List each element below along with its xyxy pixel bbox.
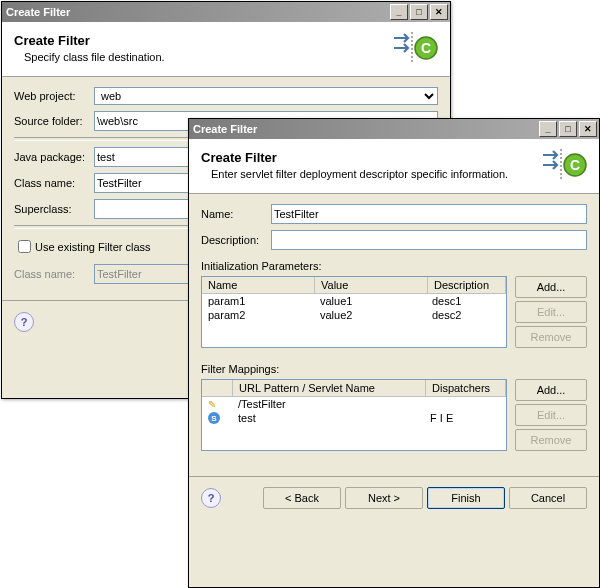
remove-button: Remove <box>515 326 587 348</box>
table-row[interactable]: ✎ /TestFilter <box>202 397 506 411</box>
close-button[interactable]: ✕ <box>430 4 448 20</box>
description-input[interactable] <box>271 230 587 250</box>
banner-heading: Create Filter <box>14 33 388 48</box>
close-button[interactable]: ✕ <box>579 121 597 137</box>
help-icon[interactable]: ? <box>201 488 221 508</box>
add-button[interactable]: Add... <box>515 379 587 401</box>
remove-button: Remove <box>515 429 587 451</box>
minimize-button[interactable]: _ <box>539 121 557 137</box>
init-params-table[interactable]: Name Value Description param1 value1 des… <box>201 276 507 348</box>
back-button[interactable]: < Back <box>263 487 341 509</box>
maximize-button[interactable]: □ <box>410 4 428 20</box>
use-existing-checkbox[interactable] <box>18 240 31 253</box>
name-label: Name: <box>201 208 271 220</box>
titlebar[interactable]: Create Filter _ □ ✕ <box>189 119 599 139</box>
table-row[interactable]: S test F I E <box>202 411 506 425</box>
banner-subheading: Specify class file destination. <box>24 51 388 63</box>
name-input[interactable] <box>271 204 587 224</box>
col-name[interactable]: Name <box>202 277 315 294</box>
web-project-label: Web project: <box>14 90 94 102</box>
cancel-button[interactable]: Cancel <box>509 487 587 509</box>
use-existing-label: Use existing Filter class <box>35 241 151 253</box>
window-title: Create Filter <box>193 123 537 135</box>
col-value[interactable]: Value <box>315 277 428 294</box>
class-name2-label: Class name: <box>14 268 94 280</box>
superclass-label: Superclass: <box>14 203 94 215</box>
class-name-label: Class name: <box>14 177 94 189</box>
web-project-select[interactable]: web <box>94 87 438 105</box>
filter-mappings-label: Filter Mappings: <box>201 363 587 375</box>
col-desc[interactable]: Description <box>428 277 506 294</box>
banner-subheading: Enter servlet filter deployment descript… <box>211 168 537 180</box>
col-dispatchers[interactable]: Dispatchers <box>426 380 506 397</box>
banner: Create Filter Specify class file destina… <box>2 22 450 77</box>
table-row[interactable]: param2 value2 desc2 <box>202 308 506 322</box>
edit-button: Edit... <box>515 301 587 323</box>
svg-text:C: C <box>570 157 580 173</box>
add-button[interactable]: Add... <box>515 276 587 298</box>
wizard-icon: C <box>537 149 587 181</box>
next-button[interactable]: Next > <box>345 487 423 509</box>
minimize-button[interactable]: _ <box>390 4 408 20</box>
wizard-icon: C <box>388 32 438 64</box>
source-folder-label: Source folder: <box>14 115 94 127</box>
maximize-button[interactable]: □ <box>559 121 577 137</box>
table-row[interactable]: param1 value1 desc1 <box>202 294 506 308</box>
banner-heading: Create Filter <box>201 150 537 165</box>
svg-text:C: C <box>421 40 431 56</box>
filter-mappings-table[interactable]: URL Pattern / Servlet Name Dispatchers ✎… <box>201 379 507 451</box>
help-icon[interactable]: ? <box>14 312 34 332</box>
edit-button: Edit... <box>515 404 587 426</box>
init-params-label: Initialization Parameters: <box>201 260 587 272</box>
finish-button[interactable]: Finish <box>427 487 505 509</box>
description-label: Description: <box>201 234 271 246</box>
col-url-pattern[interactable]: URL Pattern / Servlet Name <box>233 380 426 397</box>
window-title: Create Filter <box>6 6 388 18</box>
url-pattern-icon: ✎ <box>208 399 216 410</box>
banner: Create Filter Enter servlet filter deplo… <box>189 139 599 194</box>
java-package-label: Java package: <box>14 151 94 163</box>
servlet-icon: S <box>208 412 220 424</box>
titlebar[interactable]: Create Filter _ □ ✕ <box>2 2 450 22</box>
